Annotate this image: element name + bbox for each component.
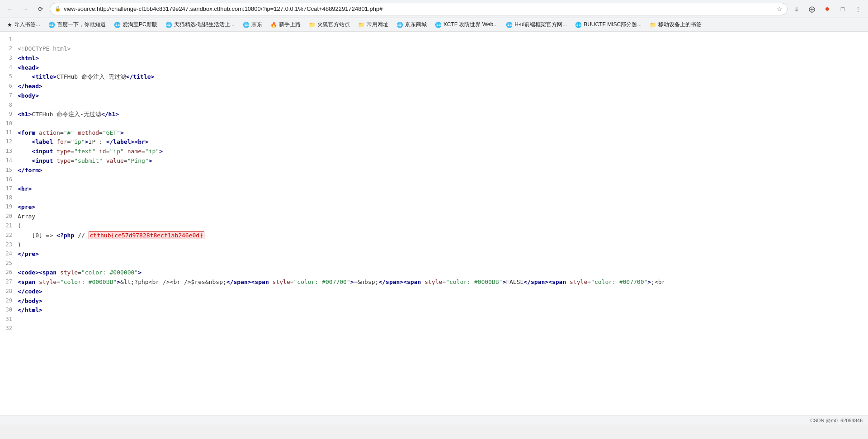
source-line: 17<hr>	[0, 184, 868, 194]
download-button[interactable]: ⇓	[790, 3, 803, 15]
source-line: 4<head>	[0, 63, 868, 73]
line-content: <title>CTFHub 命令注入-无过滤</title>	[18, 72, 866, 82]
source-line: 31	[0, 315, 868, 324]
line-number: 6	[2, 82, 18, 91]
bookmark-import[interactable]: ★ 导入书签...	[4, 19, 44, 30]
url-text: view-source:http://challenge-cf1bb4c8317…	[64, 5, 774, 12]
profile-button[interactable]: ●	[821, 3, 834, 15]
line-number: 18	[2, 194, 18, 203]
line-content: </form>	[18, 166, 866, 175]
bookmark-common[interactable]: 📁 常用网址	[354, 19, 392, 30]
bookmark-label: 火狐官方站点	[317, 21, 350, 28]
status-bar: CSDN @m0_62094846	[0, 415, 868, 425]
line-number: 14	[2, 156, 18, 166]
source-line: 25	[0, 259, 868, 268]
line-content	[18, 194, 866, 203]
line-number: 23	[2, 241, 18, 250]
bookmark-star-icon[interactable]: ☆	[777, 5, 783, 13]
line-number: 31	[2, 315, 18, 324]
line-content: Array	[18, 212, 866, 222]
source-line: 21(	[0, 222, 868, 231]
line-content: <form action="#" method="GET">	[18, 128, 866, 138]
line-content: </pre>	[18, 250, 866, 259]
line-number: 17	[2, 184, 18, 194]
line-number: 20	[2, 212, 18, 222]
line-content	[18, 119, 866, 128]
bookmark-label: 爱淘宝PC新版	[123, 21, 157, 28]
line-content: <body>	[18, 91, 866, 101]
line-number: 10	[2, 119, 18, 128]
bookmark-label: 京东商城	[405, 21, 427, 28]
line-content	[18, 315, 866, 324]
restore-button[interactable]: □	[836, 3, 849, 15]
bookmark-newuser[interactable]: 🔥 新手上路	[267, 19, 304, 30]
source-line: 32	[0, 324, 868, 333]
source-line: 20Array	[0, 212, 868, 222]
extensions-button[interactable]: ⨁	[806, 3, 818, 15]
line-number: 3	[2, 54, 18, 63]
bookmark-icon: 🌐	[114, 22, 121, 28]
line-number: 2	[2, 44, 18, 54]
nav-bar: ← → ⟳ 🔒 view-source:http://challenge-cf1…	[0, 0, 868, 18]
bookmark-taobao[interactable]: 🌐 爱淘宝PC新版	[110, 19, 161, 30]
menu-button[interactable]: ⋮	[852, 3, 864, 15]
line-content: </code>	[18, 287, 866, 297]
source-line: 5 <title>CTFHub 命令注入-无过滤</title>	[0, 72, 868, 82]
line-number: 28	[2, 287, 18, 297]
source-line: 29</body>	[0, 297, 868, 306]
line-number: 7	[2, 91, 18, 101]
bookmark-icon: 🔥	[270, 22, 277, 28]
address-bar[interactable]: 🔒 view-source:http://challenge-cf1bb4c83…	[50, 3, 788, 15]
bookmark-xctf[interactable]: 🌐 XCTF 攻防世界 Web...	[431, 19, 501, 30]
forward-button[interactable]: →	[19, 3, 32, 15]
bookmark-hui[interactable]: 🌐 H-ui前端框架官方网...	[502, 19, 571, 30]
line-number: 8	[2, 101, 18, 110]
bookmark-tmall[interactable]: 🌐 天猫精选-理想生活活上...	[162, 19, 238, 30]
line-content: <pre>	[18, 203, 866, 212]
bookmark-buuctf[interactable]: 🌐 BUUCTF MISC部分题...	[571, 19, 645, 30]
bookmark-jd2[interactable]: 🌐 京东商城	[393, 19, 430, 30]
line-content: <!DOCTYPE html>	[18, 44, 866, 54]
bookmark-jd[interactable]: 🌐 京东	[239, 19, 266, 30]
line-number: 26	[2, 268, 18, 278]
source-line: 6</head>	[0, 82, 868, 91]
back-button[interactable]: ←	[4, 3, 16, 15]
line-content: <html>	[18, 54, 866, 63]
bookmark-label: 天猫精选-理想生活活上...	[174, 21, 235, 28]
line-content	[18, 175, 866, 184]
source-line: 30</html>	[0, 306, 868, 315]
bookmark-baidu[interactable]: 🌐 百度一下，你就知道	[45, 19, 109, 30]
line-content	[18, 101, 866, 110]
status-text: CSDN @m0_62094846	[810, 418, 863, 423]
bookmarks-bar: ★ 导入书签... 🌐 百度一下，你就知道 🌐 爱淘宝PC新版 🌐 天猫精选-理…	[0, 18, 868, 32]
bookmark-firefox[interactable]: 📁 火狐官方站点	[305, 19, 354, 30]
line-number: 13	[2, 147, 18, 156]
bookmark-label: 常用网址	[367, 21, 388, 28]
bookmark-icon: 🌐	[243, 22, 250, 28]
line-number: 12	[2, 137, 18, 147]
source-line: 13 <input type="text" id="ip" name="ip">	[0, 147, 868, 156]
source-line: 15</form>	[0, 166, 868, 175]
source-line: 19<pre>	[0, 203, 868, 212]
line-content: )	[18, 241, 866, 250]
source-line: 23)	[0, 241, 868, 250]
browser-window: ← → ⟳ 🔒 view-source:http://challenge-cf1…	[0, 0, 868, 425]
line-number: 9	[2, 110, 18, 119]
bookmark-label: XCTF 攻防世界 Web...	[443, 21, 498, 28]
line-content: <span style="color: #0000BB">&lt;?php<br…	[18, 278, 866, 287]
bookmark-icon: 🌐	[396, 22, 403, 28]
source-line: 12 <label for="ip">IP : </label><br>	[0, 137, 868, 147]
bookmark-icon: 📁	[309, 22, 316, 28]
line-number: 27	[2, 278, 18, 287]
source-line: 27<span style="color: #0000BB">&lt;?php<…	[0, 278, 868, 287]
reload-button[interactable]: ⟳	[34, 3, 47, 15]
line-number: 21	[2, 222, 18, 231]
line-number: 24	[2, 250, 18, 259]
line-number: 22	[2, 231, 18, 241]
bookmark-icon: ★	[7, 22, 12, 28]
bookmark-mobile[interactable]: 📁 移动设备上的书签	[646, 19, 705, 30]
line-number: 15	[2, 166, 18, 175]
source-line: 24</pre>	[0, 250, 868, 259]
source-view: 12<!DOCTYPE html>3<html>4<head>5 <title>…	[0, 32, 868, 415]
bookmark-label: 京东	[251, 21, 262, 28]
